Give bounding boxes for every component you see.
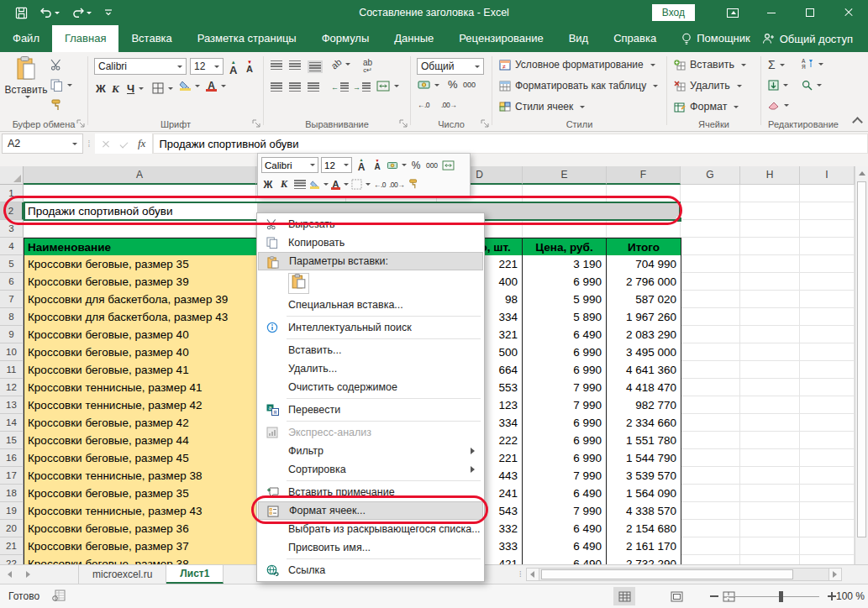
shrink-font-button[interactable]: ▼А bbox=[246, 60, 253, 74]
zoom-in-icon[interactable] bbox=[828, 592, 836, 600]
close-button[interactable] bbox=[829, 0, 868, 25]
formula-input[interactable]: Продажи спортивной обуви bbox=[153, 134, 868, 154]
scrollbar-splitter[interactable]: ⁞ bbox=[519, 570, 523, 579]
borders-button[interactable] bbox=[152, 82, 173, 94]
row-header-15[interactable]: 15 bbox=[0, 432, 24, 449]
cut-button[interactable] bbox=[50, 59, 63, 71]
cell[interactable]: 982 770 bbox=[607, 396, 681, 415]
menu-item-ссылка[interactable]: Ссылка bbox=[258, 561, 483, 579]
cell[interactable]: 2 083 290 bbox=[607, 326, 681, 344]
italic-button[interactable]: К bbox=[112, 82, 119, 96]
normal-view-button[interactable] bbox=[613, 587, 635, 605]
paste-option-button[interactable] bbox=[288, 273, 309, 294]
find-select-button[interactable] bbox=[802, 80, 822, 91]
maximize-button[interactable] bbox=[791, 0, 829, 25]
vertical-scrollbar[interactable] bbox=[855, 166, 868, 564]
sheet-tab-microexcel.ru[interactable]: microexcel.ru bbox=[79, 565, 166, 584]
select-all-corner[interactable] bbox=[0, 166, 24, 185]
fill-handle[interactable] bbox=[676, 217, 682, 223]
enter-icon[interactable] bbox=[120, 139, 129, 148]
delete-cells-button[interactable]: Удалить bbox=[674, 80, 742, 92]
row-header-6[interactable]: 6 bbox=[0, 273, 24, 291]
cell[interactable]: 7 990 bbox=[523, 467, 607, 485]
column-header-F[interactable]: F bbox=[607, 166, 681, 185]
cell[interactable]: 3 190 bbox=[523, 255, 607, 274]
cell[interactable]: Кроссовки теннисные, размер 42 bbox=[24, 396, 257, 415]
menu-item-очиститьсодержимое[interactable]: Очистить содержимое bbox=[258, 378, 483, 396]
cell[interactable]: 5 990 bbox=[523, 291, 607, 309]
cell[interactable]: 587 020 bbox=[607, 291, 681, 309]
cell[interactable]: Кроссовки беговые, размер 41 bbox=[24, 361, 257, 380]
scroll-left-icon[interactable] bbox=[526, 568, 539, 581]
tab-Справка[interactable]: Справка bbox=[601, 25, 669, 52]
cell[interactable]: Кроссовки теннисные, размер 38 bbox=[24, 467, 257, 485]
increase-indent-button[interactable]: → bbox=[353, 82, 371, 92]
cell[interactable]: 704 990 bbox=[607, 255, 681, 274]
decrease-decimal-button[interactable] bbox=[441, 101, 456, 109]
underline-button[interactable]: Ч bbox=[127, 82, 144, 95]
cell[interactable]: 7 990 bbox=[523, 502, 607, 521]
copy-button[interactable] bbox=[50, 79, 72, 92]
column-header-H[interactable]: H bbox=[740, 166, 800, 185]
zoom-out-icon[interactable] bbox=[710, 595, 718, 597]
cell[interactable]: 7 990 bbox=[523, 396, 607, 415]
cell[interactable]: 2 796 000 bbox=[607, 273, 681, 291]
mini-font-size-combo[interactable]: 12 bbox=[321, 157, 352, 173]
mini-comma-button[interactable]: 000 bbox=[425, 157, 439, 173]
cell[interactable]: Кроссовки беговые, размер 44 bbox=[24, 432, 257, 450]
tab-Формулы[interactable]: Формулы bbox=[309, 25, 382, 52]
format-button[interactable]: Формат bbox=[674, 101, 739, 113]
bold-button[interactable]: Ж bbox=[96, 82, 106, 95]
insert-function-icon[interactable]: fx bbox=[138, 137, 145, 150]
cell[interactable]: 1 564 090 bbox=[607, 485, 681, 503]
row-header-17[interactable]: 17 bbox=[0, 467, 24, 485]
mini-shrink-font-button[interactable]: ▼А bbox=[371, 157, 384, 173]
menu-item-интеллектуальныйпоиск[interactable]: Интеллектуальный поиск bbox=[258, 318, 483, 337]
row-header-2[interactable]: 2 bbox=[0, 202, 24, 220]
cancel-icon[interactable] bbox=[102, 139, 110, 148]
alignment-dialog-launcher-icon[interactable] bbox=[399, 119, 408, 128]
align-middle-button[interactable] bbox=[289, 60, 301, 70]
row-header-14[interactable]: 14 bbox=[0, 414, 24, 432]
menu-item-форматячеек[interactable]: Формат ячеек... bbox=[258, 501, 483, 520]
cell[interactable]: Кроссовки беговые, размер 36 bbox=[24, 520, 257, 538]
tab-Файл[interactable]: Файл bbox=[0, 25, 52, 52]
comma-style-button[interactable]: 000 bbox=[463, 81, 476, 89]
cell[interactable]: 6 490 bbox=[523, 537, 607, 556]
mini-borders-button[interactable] bbox=[351, 176, 371, 192]
mini-align-button[interactable] bbox=[293, 176, 307, 192]
row-header-7[interactable]: 7 bbox=[0, 291, 24, 308]
cell[interactable]: 3 539 570 bbox=[607, 467, 681, 485]
number-format-combo[interactable]: Общий bbox=[417, 58, 484, 75]
menu-item-выбратьизраскрывающегосясписка[interactable]: Выбрать из раскрывающегося списка... bbox=[258, 520, 483, 538]
tab-Помощник[interactable]: Помощник bbox=[669, 25, 763, 52]
cell[interactable]: Кроссовки для баскетбола, размер 39 bbox=[24, 291, 257, 309]
paste-button[interactable]: Вставить bbox=[7, 55, 45, 116]
row-header-8[interactable]: 8 bbox=[0, 308, 24, 326]
page-layout-view-button[interactable] bbox=[665, 587, 687, 605]
tab-share[interactable]: Общий доступ bbox=[755, 25, 860, 52]
column-header-A[interactable]: A bbox=[24, 166, 256, 185]
mini-percent-button[interactable]: % bbox=[409, 157, 423, 173]
cell[interactable]: 6 490 bbox=[523, 326, 607, 344]
row-header-16[interactable]: 16 bbox=[0, 449, 24, 467]
cell[interactable]: Кроссовки беговые, размер 40 bbox=[24, 343, 257, 362]
vertical-scroll-thumb[interactable] bbox=[857, 181, 866, 537]
row-header-9[interactable]: 9 bbox=[0, 326, 24, 343]
mini-accounting-button[interactable] bbox=[387, 157, 407, 173]
zoom-slider-thumb[interactable] bbox=[779, 591, 783, 602]
align-top-button[interactable] bbox=[271, 60, 282, 70]
menu-item-вырезать[interactable]: Вырезать bbox=[258, 215, 483, 233]
cell[interactable]: 6 490 bbox=[523, 520, 607, 538]
decrease-indent-button[interactable]: ← bbox=[331, 82, 349, 92]
mini-italic-button[interactable]: К bbox=[277, 176, 291, 192]
align-left-button[interactable] bbox=[271, 82, 282, 92]
menu-item-экспрессанализ[interactable]: Экспресс-анализ bbox=[258, 423, 483, 442]
cell[interactable]: Кроссовки беговые, размер 38 bbox=[24, 555, 257, 564]
align-bottom-button[interactable] bbox=[308, 60, 323, 73]
grow-font-button[interactable]: ▲А bbox=[229, 60, 237, 76]
row-header-12[interactable]: 12 bbox=[0, 379, 24, 396]
row-header-11[interactable]: 11 bbox=[0, 361, 24, 379]
cell[interactable]: 4 641 360 bbox=[607, 361, 681, 380]
ribbon-display-options-icon[interactable] bbox=[713, 0, 752, 25]
